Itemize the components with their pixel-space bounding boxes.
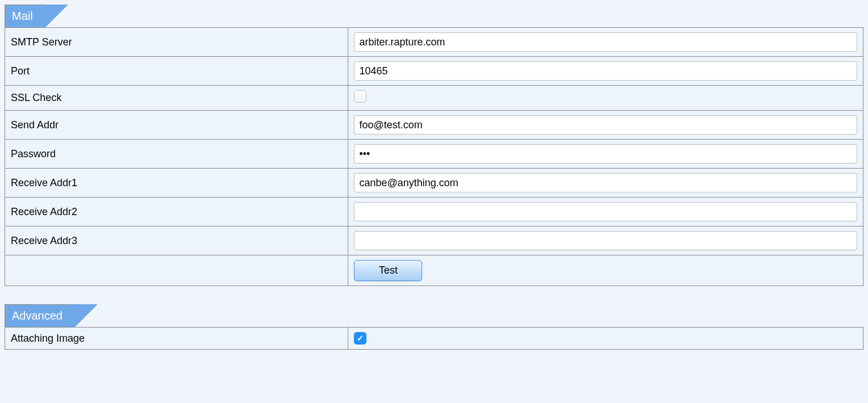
advanced-section-title: Advanced — [5, 304, 74, 327]
mail-form-table: SMTP Server Port SSL Check Send Addr Pas… — [5, 27, 863, 286]
mail-section: Mail SMTP Server Port SSL Check Send Add… — [5, 5, 863, 286]
attaching-image-checkbox[interactable] — [354, 332, 366, 345]
row-port: Port — [5, 57, 863, 86]
ssl-check-checkbox[interactable] — [354, 90, 366, 103]
password-input[interactable] — [354, 144, 857, 163]
label-send-addr: Send Addr — [5, 111, 348, 140]
mail-section-title: Mail — [5, 5, 45, 27]
row-ssl-check: SSL Check — [5, 86, 863, 111]
receive-addr2-input[interactable] — [354, 202, 857, 221]
row-send-addr: Send Addr — [5, 111, 863, 140]
advanced-section: Advanced Attaching Image — [5, 304, 863, 350]
check-icon — [357, 333, 364, 343]
label-ssl-check: SSL Check — [5, 86, 348, 111]
advanced-form-table: Attaching Image — [5, 327, 863, 350]
label-port: Port — [5, 57, 348, 86]
row-test: Test — [5, 255, 863, 286]
label-password: Password — [5, 140, 348, 169]
mail-section-header: Mail — [5, 5, 863, 27]
receive-addr3-input[interactable] — [354, 231, 857, 250]
label-receive-addr3: Receive Addr3 — [5, 226, 348, 255]
send-addr-input[interactable] — [354, 115, 857, 135]
row-password: Password — [5, 140, 863, 169]
row-smtp-server: SMTP Server — [5, 28, 863, 57]
advanced-section-header: Advanced — [5, 304, 863, 327]
row-receive-addr2: Receive Addr2 — [5, 198, 863, 226]
label-attaching-image: Attaching Image — [5, 328, 348, 350]
test-button[interactable]: Test — [354, 260, 422, 281]
row-receive-addr1: Receive Addr1 — [5, 169, 863, 198]
label-smtp-server: SMTP Server — [5, 28, 348, 57]
label-receive-addr2: Receive Addr2 — [5, 198, 348, 226]
label-receive-addr1: Receive Addr1 — [5, 169, 348, 198]
receive-addr1-input[interactable] — [354, 173, 857, 192]
label-test-empty — [5, 255, 348, 286]
row-receive-addr3: Receive Addr3 — [5, 226, 863, 255]
row-attaching-image: Attaching Image — [5, 328, 863, 350]
port-input[interactable] — [354, 61, 857, 81]
smtp-server-input[interactable] — [354, 32, 857, 52]
